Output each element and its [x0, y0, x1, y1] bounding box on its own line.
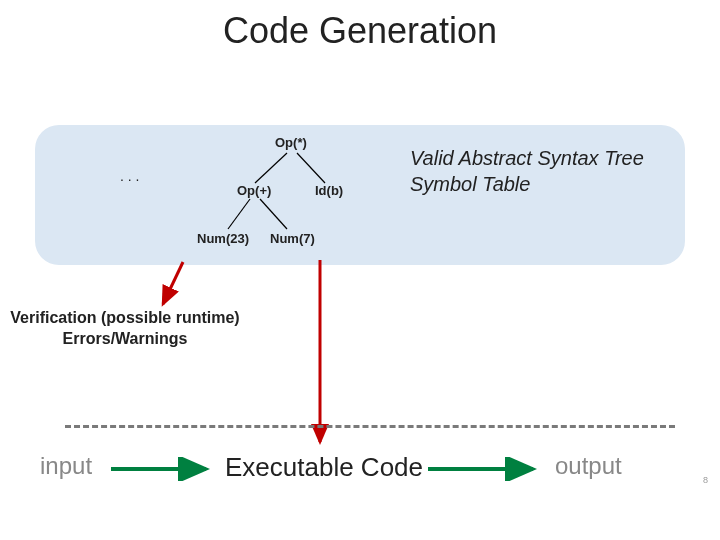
tree-node-root: Op(*): [275, 135, 307, 150]
page-number: 8: [703, 475, 708, 485]
executable-label: Executable Code: [225, 452, 423, 483]
divider-dashed: [65, 425, 675, 428]
svg-line-4: [163, 262, 183, 304]
annotation: Valid Abstract Syntax Tree Symbol Table: [410, 145, 644, 197]
ellipsis: . . .: [120, 168, 139, 184]
arrow-exec-to-output: [425, 457, 545, 481]
input-label: input: [40, 452, 92, 480]
tree-node-right: Id(b): [315, 183, 343, 198]
svg-line-2: [228, 199, 250, 229]
arrow-ast-to-exec: [300, 258, 340, 453]
annotation-line1: Valid Abstract Syntax Tree: [410, 145, 644, 171]
annotation-line2: Symbol Table: [410, 171, 644, 197]
svg-line-1: [297, 153, 325, 183]
tree-node-lr: Num(7): [270, 231, 315, 246]
output-label: output: [555, 452, 622, 480]
verification-line2: Errors/Warnings: [5, 329, 245, 350]
verification-label: Verification (possible runtime) Errors/W…: [5, 308, 245, 350]
svg-line-0: [255, 153, 287, 183]
tree-node-left: Op(+): [237, 183, 271, 198]
arrow-input-to-exec: [108, 457, 218, 481]
tree-node-ll: Num(23): [197, 231, 249, 246]
svg-line-3: [260, 199, 287, 229]
slide-title: Code Generation: [0, 0, 720, 52]
verification-line1: Verification (possible runtime): [5, 308, 245, 329]
arrow-ast-to-verification: [155, 260, 195, 315]
